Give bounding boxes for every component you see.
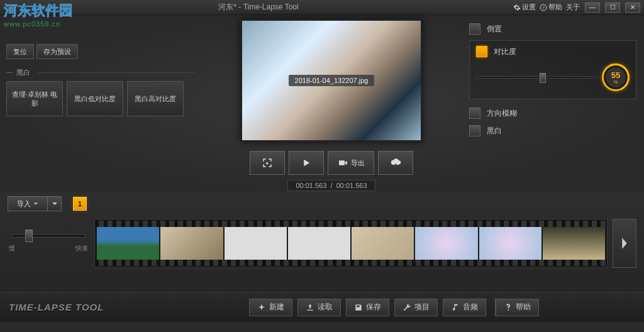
- speed-fast-label: 快速: [75, 244, 88, 253]
- preset-chaplin[interactable]: 查理·卓别林 电影: [6, 81, 63, 116]
- upload-icon: [306, 303, 314, 312]
- frame-thumb[interactable]: [415, 227, 477, 260]
- close-button[interactable]: ✕: [625, 3, 640, 13]
- help-link[interactable]: ? 帮助: [540, 3, 562, 12]
- time-display: 00:01.563 / 00:01.563: [287, 180, 375, 191]
- frame-thumb[interactable]: [97, 227, 159, 260]
- speed-thumb[interactable]: [25, 230, 33, 242]
- preset-bw-low[interactable]: 黑白低对比度: [67, 81, 123, 116]
- effect-contrast: 对比度 55 %: [469, 40, 636, 99]
- play-button[interactable]: [289, 151, 324, 175]
- fit-button[interactable]: [250, 151, 285, 175]
- chevron-down-icon: [52, 201, 58, 207]
- contrast-dial[interactable]: 55 %: [602, 64, 630, 91]
- motion-blur-checkbox[interactable]: [469, 108, 480, 119]
- audio-button[interactable]: 音频: [443, 299, 486, 316]
- save-icon: [354, 303, 363, 312]
- frame-thumb[interactable]: [160, 227, 223, 260]
- effect-bw[interactable]: 黑白: [469, 122, 636, 140]
- load-button[interactable]: 读取: [297, 299, 341, 316]
- speed-slow-label: 慢: [9, 244, 15, 253]
- chevron-down-icon: [33, 201, 38, 206]
- svg-point-0: [540, 4, 547, 11]
- import-button[interactable]: 导入: [8, 196, 62, 211]
- brand-label: TIME-LAPSE TOOL: [9, 302, 147, 313]
- speed-control: 慢 快速: [8, 216, 89, 270]
- svg-text:?: ?: [542, 5, 545, 9]
- about-link[interactable]: 关于: [566, 3, 580, 12]
- upload-button[interactable]: [378, 151, 413, 175]
- sparkle-icon: [257, 303, 266, 312]
- reset-button[interactable]: 复位: [6, 44, 34, 59]
- titlebar: 河东* - Time-Lapse Tool 设置 ? 帮助 关于 — ☐ ✕: [0, 0, 644, 15]
- window-title: 河东* - Time-Lapse Tool: [4, 2, 513, 13]
- cloud-upload-icon: [390, 157, 401, 169]
- music-note-icon: [451, 303, 460, 312]
- presets-tab[interactable]: 预设: [6, 20, 106, 35]
- preset-bw-high[interactable]: 黑白高对比度: [127, 81, 184, 116]
- effect-invert[interactable]: 倒置: [469, 20, 636, 38]
- question-icon: [504, 303, 513, 312]
- gear-icon: [513, 4, 521, 11]
- footer-help-button[interactable]: 帮助: [495, 299, 539, 316]
- export-button[interactable]: 导出: [328, 151, 374, 175]
- play-icon: [301, 157, 312, 169]
- invert-checkbox[interactable]: [469, 23, 480, 35]
- slider-thumb[interactable]: [540, 73, 546, 83]
- save-preset-button[interactable]: 存为预设: [36, 44, 78, 59]
- chevron-right-icon: [619, 237, 630, 250]
- effect-motion-blur[interactable]: 方向模糊: [469, 104, 636, 122]
- contrast-checkbox[interactable]: [476, 46, 487, 57]
- speed-slider[interactable]: [11, 234, 86, 238]
- effects-panel: 倒置 对比度 55 % 方向模糊 黑白: [462, 15, 644, 191]
- help-icon: ?: [540, 4, 547, 11]
- bw-checkbox[interactable]: [469, 125, 480, 136]
- camera-icon: [337, 157, 348, 169]
- contrast-slider[interactable]: [476, 76, 597, 79]
- frame-thumb[interactable]: [288, 227, 350, 260]
- frame-thumb[interactable]: [479, 227, 541, 260]
- frame-thumb[interactable]: [543, 227, 605, 260]
- frame-thumb[interactable]: [225, 227, 287, 260]
- preview-filename: 2018-01-04_132207.jpg: [289, 75, 375, 86]
- import-dropdown[interactable]: [48, 196, 62, 211]
- wrench-icon: [402, 303, 411, 312]
- frame-thumb[interactable]: [352, 227, 414, 260]
- project-button[interactable]: 项目: [394, 299, 438, 316]
- new-button[interactable]: 新建: [249, 299, 292, 316]
- minimize-button[interactable]: —: [585, 3, 600, 13]
- settings-link[interactable]: 设置: [513, 3, 536, 12]
- save-button[interactable]: 保存: [346, 299, 389, 316]
- scroll-right-button[interactable]: [613, 219, 636, 268]
- bw-section-label: 黑白: [6, 68, 195, 77]
- preview-panel: 2018-01-04_132207.jpg 导出 00:01.563 / 00:…: [201, 15, 462, 191]
- maximize-button[interactable]: ☐: [605, 3, 620, 13]
- fit-screen-icon: [262, 157, 273, 169]
- filmstrip[interactable]: [94, 219, 608, 268]
- presets-panel: 预设 复位 存为预设 黑白 查理·卓别林 电影 黑白低对比度 黑白高对比度: [0, 15, 201, 191]
- timeline-section: 导入 1 慢 快速: [0, 191, 644, 292]
- preview-viewport[interactable]: 2018-01-04_132207.jpg: [240, 19, 423, 142]
- sequence-badge[interactable]: 1: [73, 197, 87, 211]
- footer-toolbar: TIME-LAPSE TOOL 新建 读取 保存 项目 音频 帮助: [0, 292, 644, 322]
